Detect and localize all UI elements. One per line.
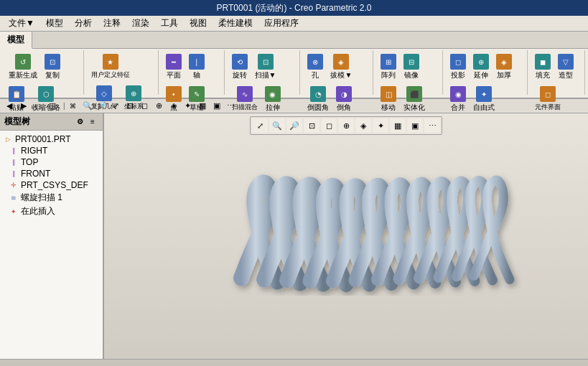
thicken-icon: ◈	[496, 54, 512, 70]
ribbon-group-operations: ↺ 重新生成 ⊡ 复制 📋 粘贴 ⬡ 收缩包络 操作▼	[3, 50, 84, 95]
btn-udf[interactable]: ★ 用户定义特征	[88, 52, 133, 82]
btn-draft[interactable]: ◈ 拔模▼	[327, 52, 355, 83]
model-tree: 模型树 ⚙ ≡ ▷ PRT0001.PRT ∥ RIGHT ∥ TOP ∥ FR…	[0, 113, 104, 359]
btn-more-display[interactable]: ▦	[196, 100, 209, 113]
btn-new[interactable]: □	[32, 100, 45, 113]
btn-forward[interactable]: ▶	[17, 100, 30, 113]
btn-solidify[interactable]: ⬛ 实体化	[401, 84, 428, 115]
vp-btn-reset[interactable]: ⊡	[304, 118, 319, 133]
ribbon: 模型 ↺ 重新生成 ⊡ 复制 📋 粘贴 ⬡ 收缩包络	[0, 32, 588, 99]
project-icon: ◻	[450, 54, 466, 70]
btn-copy[interactable]: ⊡ 复制	[42, 52, 63, 83]
btn-move[interactable]: ◫ 移动	[378, 84, 399, 115]
extend-icon: ⊕	[473, 54, 489, 70]
vp-btn-more[interactable]: ▣	[407, 118, 423, 133]
tree-item-helix[interactable]: ≋ 螺旋扫描 1	[0, 191, 103, 205]
btn-revolve[interactable]: ⟲ 旋转	[229, 52, 251, 83]
vp-btn-refit[interactable]: ⤢	[252, 118, 268, 133]
tab-model[interactable]: 模型	[0, 32, 32, 49]
tree-more-btn[interactable]: ≡	[87, 116, 98, 128]
vp-btn-zoomout[interactable]: 🔎	[286, 118, 302, 133]
fill-icon: ◼	[535, 54, 551, 70]
shape-buttons: ⟲ 旋转 ⊡ 扫描▼ ∿ 扫描混合 ◉ 拉伸	[229, 52, 297, 115]
btn-extend[interactable]: ⊕ 延伸	[470, 52, 492, 83]
menu-model[interactable]: 模型	[40, 16, 69, 31]
menu-annotation[interactable]: 注释	[98, 16, 126, 31]
btn-mirror[interactable]: ⊟ 镜像	[401, 52, 422, 83]
vp-btn-nohidden[interactable]: ◈	[355, 118, 371, 133]
btn-perspective[interactable]: ▣	[210, 100, 223, 113]
viewport-toolbar: ⤢ 🔍 🔎 ⊡ ◻ ⊕ ◈ ✦ ▦ ▣ ⋯	[250, 116, 442, 135]
csys-tree-icon: ✛	[9, 180, 19, 190]
vp-btn-extra[interactable]: ⋯	[424, 118, 440, 133]
ribbon-tabs: 模型	[0, 32, 588, 49]
title-bar: PRT0001 (活动的) - Creo Parametric 2.0	[0, 0, 588, 16]
btn-regenerate[interactable]: ↺ 重新生成	[6, 52, 40, 83]
tree-item-insert[interactable]: ✦ 在此插入	[0, 205, 103, 218]
btn-view-orient[interactable]: ⌘	[67, 100, 80, 113]
regenerate-icon: ↺	[15, 54, 31, 70]
btn-display-mode2[interactable]: ◻	[139, 100, 151, 113]
plane-top-icon: ∥	[9, 157, 19, 167]
tree-root-label: PRT0001.PRT	[15, 134, 71, 144]
btn-fill[interactable]: ◼ 填充	[532, 52, 554, 83]
btn-sweep[interactable]: ⊡ 扫描▼	[252, 52, 279, 83]
toolbar-separator: |	[60, 102, 65, 110]
btn-extrude[interactable]: ◉ 拉伸	[262, 84, 284, 115]
vp-btn-wireframe[interactable]: ◻	[321, 118, 337, 133]
tree-item-top[interactable]: ∥ TOP	[0, 156, 103, 168]
ribbon-group-getdata: ★ 用户定义特征 ◇ 复制几何 ⊕ 坐标系 获取数据▼	[85, 50, 159, 95]
solidify-icon: ⬛	[406, 86, 422, 102]
csys-icon: ⊕	[126, 85, 141, 101]
surface-buttons: ◻ 投影 ⊕ 延伸 ◈ 加厚 ◉ 合并 ✦ 自由式	[447, 52, 523, 115]
btn-zoom-in[interactable]: 🔍	[81, 100, 94, 113]
tree-settings-btn[interactable]: ⚙	[74, 116, 85, 128]
btn-freestyle[interactable]: ✦ 自由式	[470, 84, 498, 115]
btn-style[interactable]: ▽ 造型	[555, 52, 577, 83]
vp-btn-textured[interactable]: ▦	[390, 118, 406, 133]
tree-item-root[interactable]: ▷ PRT0001.PRT	[0, 133, 103, 145]
menu-flexible[interactable]: 柔性建模	[213, 16, 258, 31]
comp-interface-icon: ◻	[540, 86, 556, 102]
vp-btn-zoomin[interactable]: 🔍	[269, 118, 285, 133]
menu-file[interactable]: 文件▼	[3, 16, 40, 31]
btn-refit[interactable]: ⤢	[110, 100, 123, 113]
btn-plane[interactable]: ━ 平面	[163, 52, 185, 83]
btn-thicken[interactable]: ◈ 加厚	[493, 52, 515, 83]
plane-right-icon: ∥	[9, 146, 19, 156]
tree-item-right[interactable]: ∥ RIGHT	[0, 145, 103, 156]
pattern-icon: ⊞	[381, 54, 396, 70]
edit-buttons: ⊞ 阵列 ⊟ 镜像 ◫ 移动 ⬛ 实体化	[378, 52, 439, 115]
btn-component-interface[interactable]: ◻ 元件界面	[532, 84, 564, 114]
menu-apps[interactable]: 应用程序	[258, 16, 304, 31]
btn-zoom-out[interactable]: 🔎	[95, 100, 108, 113]
btn-project[interactable]: ◻ 投影	[447, 52, 469, 83]
btn-merge[interactable]: ◉ 合并	[447, 84, 469, 115]
btn-hole[interactable]: ⊗ 孔	[304, 52, 326, 83]
vp-btn-shaded[interactable]: ✦	[373, 118, 388, 133]
btn-open[interactable]: ◫	[46, 100, 59, 113]
freestyle-icon: ✦	[476, 86, 492, 102]
btn-shaded[interactable]: ◈	[167, 100, 180, 113]
btn-shaded-texture[interactable]: ✦	[182, 100, 195, 113]
tree-item-front[interactable]: ∥ FRONT	[0, 168, 103, 179]
btn-display-mode1[interactable]: ⊡	[124, 100, 137, 113]
btn-axis[interactable]: | 轴	[186, 52, 207, 83]
ribbon-group-engineering: ⊗ 孔 ◈ 拔模▼ ◔ 倒圆角 ◑ 倒角 工程▼	[302, 50, 373, 95]
btn-chamfer[interactable]: ◑ 倒角	[333, 84, 355, 115]
hole-icon: ⊗	[307, 54, 323, 70]
viewport[interactable]: ⤢ 🔍 🔎 ⊡ ◻ ⊕ ◈ ✦ ▦ ▣ ⋯	[104, 113, 588, 359]
ribbon-group-edit: ⊞ 阵列 ⊟ 镜像 ◫ 移动 ⬛ 实体化 编辑▼	[375, 50, 443, 95]
menu-tools[interactable]: 工具	[155, 16, 184, 31]
menu-analysis[interactable]: 分析	[69, 16, 98, 31]
menu-view[interactable]: 视图	[184, 16, 213, 31]
ribbon-group-shape: ⟲ 旋转 ⊡ 扫描▼ ∿ 扫描混合 ◉ 拉伸 形状▼	[226, 50, 301, 95]
menu-render[interactable]: 渲染	[126, 16, 155, 31]
btn-round[interactable]: ◔ 倒圆角	[304, 84, 332, 115]
btn-view-more[interactable]: ⋯	[225, 100, 238, 113]
vp-btn-hidden[interactable]: ⊕	[338, 118, 354, 133]
tree-item-csys[interactable]: ✛ PRT_CSYS_DEF	[0, 179, 103, 191]
btn-display-mode3[interactable]: ⊕	[153, 100, 166, 113]
btn-pattern[interactable]: ⊞ 阵列	[378, 52, 399, 83]
btn-back[interactable]: ◀	[3, 100, 16, 113]
